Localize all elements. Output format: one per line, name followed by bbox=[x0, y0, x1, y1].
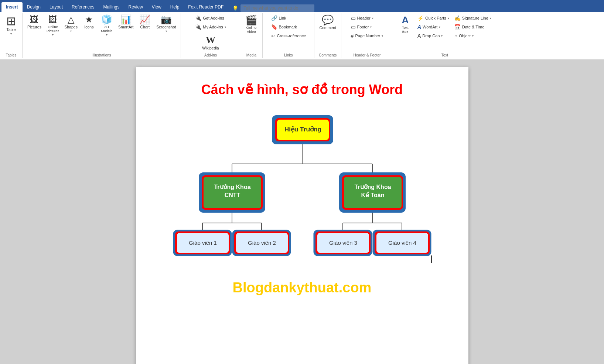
quick-parts-icon: ⚡ bbox=[417, 15, 424, 21]
link-button[interactable]: 🔗 Link bbox=[269, 14, 308, 22]
illustrations-group-label: Illustrations bbox=[92, 52, 111, 57]
ribbon-group-addins: 🔌 Get Add-ins 🔌 My Add-ins ▾ W Wikipedia… bbox=[181, 13, 240, 58]
3d-models-icon: 🧊 bbox=[101, 15, 112, 24]
ribbon-group-header-footer: ▭ Header ▾ ▭ Footer ▾ # Page Number ▾ He… bbox=[341, 13, 393, 58]
wordart-icon: A bbox=[417, 24, 421, 30]
comment-icon: 💬 bbox=[322, 15, 334, 25]
bookmark-button[interactable]: 🔖 Bookmark bbox=[269, 23, 308, 31]
date-time-button[interactable]: 📅 Date & Time bbox=[452, 23, 494, 31]
footer-button[interactable]: ▭ Footer ▾ bbox=[349, 23, 386, 31]
drop-cap-icon: A bbox=[417, 33, 421, 39]
online-pictures-button[interactable]: 🖼 OnlinePictures ▾ bbox=[45, 14, 61, 38]
tab-mailings[interactable]: Mailings bbox=[99, 2, 124, 12]
table-button[interactable]: ⊞ Table ▾ bbox=[3, 14, 19, 37]
blog-url: Blogdankythuat.com bbox=[158, 280, 446, 296]
text-box-icon: A bbox=[402, 15, 409, 25]
wikipedia-button[interactable]: W Wikipedia bbox=[200, 33, 221, 52]
bookmark-icon: 🔖 bbox=[271, 24, 277, 30]
signature-line-button[interactable]: ✍ Signature Line ▾ bbox=[452, 14, 494, 22]
table-icon: ⊞ bbox=[6, 15, 16, 27]
ribbon-group-illustrations: 🖼 Pictures 🖼 OnlinePictures ▾ △ Shapes ▾… bbox=[23, 13, 181, 58]
ribbon-group-links: 🔗 Link 🔖 Bookmark ↩ Cross-reference Link… bbox=[263, 13, 314, 58]
cross-reference-icon: ↩ bbox=[271, 33, 276, 39]
online-video-button[interactable]: 🎬 OnlineVideo bbox=[243, 14, 259, 35]
link-icon: 🔗 bbox=[271, 15, 277, 21]
giaovien4-label: Giáo viên 4 bbox=[388, 240, 416, 246]
wikipedia-icon: W bbox=[206, 34, 215, 46]
get-addins-button[interactable]: 🔌 Get Add-ins bbox=[193, 14, 226, 22]
cross-reference-button[interactable]: ↩ Cross-reference bbox=[269, 32, 308, 40]
online-pictures-icon: 🖼 bbox=[48, 15, 57, 24]
links-group-label: Links bbox=[284, 52, 293, 57]
text-group-label: Text bbox=[441, 52, 448, 57]
addins-group-label: Add-ins bbox=[204, 52, 217, 57]
ribbon-content: ⊞ Table ▾ Tables 🖼 Pictures 🖼 OnlinePict… bbox=[0, 12, 604, 60]
my-addins-icon: 🔌 bbox=[195, 24, 201, 30]
shapes-icon: △ bbox=[68, 15, 74, 24]
media-group-label: Media bbox=[246, 52, 256, 57]
date-time-icon: 📅 bbox=[454, 24, 461, 30]
icons-button[interactable]: ★ Icons bbox=[81, 14, 97, 31]
object-button[interactable]: ○ Object ▾ bbox=[452, 32, 494, 40]
header-icon: ▭ bbox=[351, 15, 356, 21]
object-icon: ○ bbox=[454, 33, 457, 39]
get-addins-icon: 🔌 bbox=[195, 15, 201, 21]
header-footer-group-label: Header & Footer bbox=[353, 52, 381, 57]
ribbon-group-media: 🎬 OnlineVideo Media bbox=[240, 13, 263, 58]
truong-khoa-ketoan-label: Trưởng Khoa bbox=[354, 184, 391, 190]
truong-khoa-cntt-label: Trưởng Khoa bbox=[214, 184, 250, 190]
org-chart-svg: Hiệu Trưởng Trưởng Khoa CNTT Trưởng Khoa… bbox=[158, 112, 446, 267]
ribbon-group-text: A TextBox ⚡ Quick Parts ▾ A WordArt ▾ A … bbox=[393, 13, 496, 58]
giaovien3-label: Giáo viên 3 bbox=[329, 240, 357, 246]
shapes-button[interactable]: △ Shapes ▾ bbox=[62, 14, 79, 34]
tab-insert[interactable]: Insert bbox=[1, 2, 23, 12]
tab-foxit[interactable]: Foxit Reader PDF bbox=[184, 2, 228, 12]
svg-text:Kế Toán: Kế Toán bbox=[361, 192, 384, 198]
hieutruong-label: Hiệu Trưởng bbox=[284, 126, 321, 133]
tab-design[interactable]: Design bbox=[23, 2, 45, 12]
my-addins-button[interactable]: 🔌 My Add-ins ▾ bbox=[193, 23, 228, 31]
drop-cap-button[interactable]: A Drop Cap ▾ bbox=[415, 32, 451, 40]
tab-help[interactable]: Help bbox=[166, 2, 184, 12]
text-box-button[interactable]: A TextBox bbox=[396, 14, 414, 35]
smartart-button[interactable]: 📊 SmartArt bbox=[116, 14, 135, 31]
giaovien2-label: Giáo viên 2 bbox=[248, 240, 276, 246]
pictures-icon: 🖼 bbox=[30, 15, 39, 24]
ribbon-search-input[interactable] bbox=[240, 4, 314, 12]
page-number-icon: # bbox=[351, 33, 354, 39]
document-page: Cách vẽ hình, sơ đồ trong Word bbox=[136, 67, 468, 364]
page-number-button[interactable]: # Page Number ▾ bbox=[349, 32, 386, 40]
chart-icon: 📈 bbox=[139, 15, 150, 24]
footer-icon: ▭ bbox=[351, 24, 356, 30]
comment-button[interactable]: 💬 Comment bbox=[317, 14, 338, 31]
pictures-button[interactable]: 🖼 Pictures bbox=[25, 14, 43, 31]
3d-models-button[interactable]: 🧊 3DModels ▾ bbox=[99, 14, 115, 38]
wordart-button[interactable]: A WordArt ▾ bbox=[415, 23, 451, 31]
org-chart: Hiệu Trưởng Trưởng Khoa CNTT Trưởng Khoa… bbox=[158, 112, 446, 269]
ribbon-group-tables: ⊞ Table ▾ Tables bbox=[0, 13, 23, 58]
ribbon-group-comments: 💬 Comment Comments bbox=[314, 13, 341, 58]
tables-group-label: Tables bbox=[6, 52, 17, 57]
document-area: Cách vẽ hình, sơ đồ trong Word bbox=[0, 60, 604, 364]
svg-text:CNTT: CNTT bbox=[224, 192, 240, 198]
online-video-icon: 🎬 bbox=[245, 15, 257, 25]
comments-group-label: Comments bbox=[319, 52, 337, 57]
quick-parts-button[interactable]: ⚡ Quick Parts ▾ bbox=[415, 14, 451, 22]
signature-line-icon: ✍ bbox=[454, 15, 461, 21]
document-title: Cách vẽ hình, sơ đồ trong Word bbox=[158, 82, 446, 97]
tab-layout[interactable]: Layout bbox=[45, 2, 67, 12]
tab-references[interactable]: References bbox=[67, 2, 99, 12]
chart-button[interactable]: 📈 Chart bbox=[137, 14, 153, 31]
giaovien1-label: Giáo viên 1 bbox=[189, 240, 217, 246]
tab-view[interactable]: View bbox=[147, 2, 166, 12]
ribbon-tabs: Insert Design Layout References Mailings… bbox=[0, 0, 604, 12]
header-button[interactable]: ▭ Header ▾ bbox=[349, 14, 386, 22]
icons-icon: ★ bbox=[85, 15, 93, 24]
tab-review[interactable]: Review bbox=[124, 2, 147, 12]
smartart-icon: 📊 bbox=[120, 15, 132, 24]
screenshot-icon: 📷 bbox=[161, 15, 172, 24]
screenshot-button[interactable]: 📷 Screenshot ▾ bbox=[154, 14, 178, 34]
